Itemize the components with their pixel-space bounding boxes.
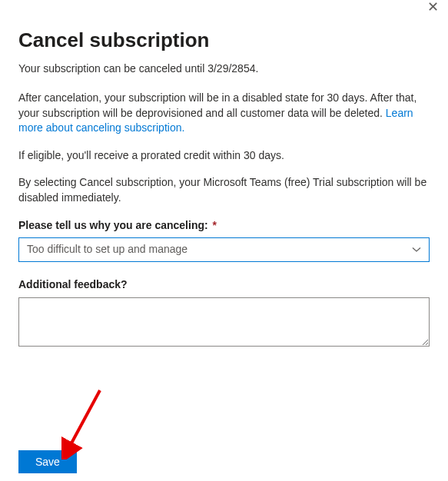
disable-immediately-text: By selecting Cancel subscription, your M…	[18, 175, 430, 205]
cancelation-info-text: After cancelation, your subscription wil…	[18, 91, 416, 119]
page-title: Cancel subscription	[18, 26, 430, 54]
reason-label: Please tell us why you are canceling: *	[18, 218, 430, 234]
close-icon: ✕	[427, 0, 439, 15]
required-asterisk: *	[213, 219, 217, 231]
prorated-credit-text: If eligible, you'll receive a prorated c…	[18, 148, 430, 164]
feedback-textarea[interactable]	[18, 297, 430, 347]
svg-line-0	[68, 390, 100, 450]
cancel-deadline-text: Your subscription can be canceled until …	[18, 61, 430, 77]
arrow-annotation	[61, 383, 108, 459]
feedback-label: Additional feedback?	[18, 277, 430, 293]
reason-label-text: Please tell us why you are canceling:	[18, 219, 208, 231]
cancelation-info-paragraph: After cancelation, your subscription wil…	[18, 91, 430, 136]
reason-selected-value: Too difficult to set up and manage	[27, 242, 187, 257]
reason-dropdown[interactable]: Too difficult to set up and manage	[18, 237, 430, 262]
chevron-down-icon	[412, 245, 421, 254]
save-button-label: Save	[35, 456, 60, 468]
close-button[interactable]: ✕	[427, 0, 439, 14]
save-button[interactable]: Save	[18, 450, 77, 473]
